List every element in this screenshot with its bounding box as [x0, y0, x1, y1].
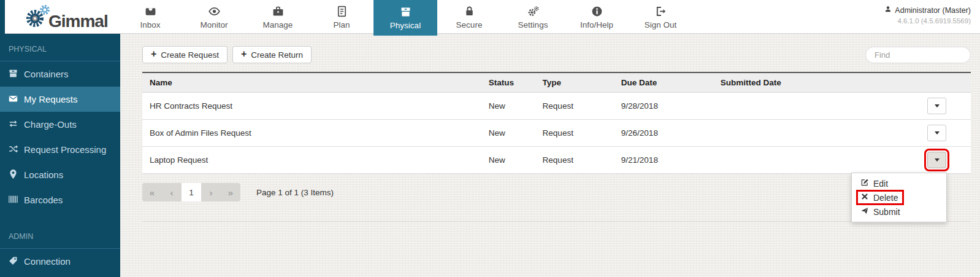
- map-pin-icon: [8, 169, 18, 181]
- cell-type: Request: [535, 120, 614, 147]
- row-actions-menu: Edit Delete Submit: [851, 173, 947, 222]
- find-input[interactable]: [865, 47, 971, 63]
- menu-item-delete[interactable]: Delete: [852, 190, 946, 205]
- tab-secure[interactable]: Secure: [437, 0, 501, 34]
- row-actions-dropdown-button[interactable]: [927, 125, 946, 141]
- cell-submitted-date: [713, 147, 920, 174]
- sidebar-item-label: My Requests: [24, 94, 78, 104]
- tab-label: Sign Out: [645, 20, 677, 29]
- row-actions-dropdown-button-annotated[interactable]: [927, 152, 946, 168]
- sidebar-item-label: Containers: [24, 69, 69, 79]
- cell-status: New: [481, 93, 535, 120]
- cell-name: Laptop Request: [142, 147, 481, 174]
- chevron-down-icon: [935, 104, 940, 107]
- tab-label: Info/Help: [580, 20, 613, 29]
- version-label: 4.6.1.0 (4.5.6919.5569): [884, 17, 971, 25]
- container-icon: [8, 68, 18, 80]
- sidebar-item-label: Request Processing: [24, 144, 106, 155]
- pagination-row: « ‹ 1 › » Page 1 of 1 (3 Items): [142, 183, 971, 201]
- tab-inbox[interactable]: Inbox: [118, 0, 182, 34]
- table-header-row: Name Status Type Due Date Submitted Date: [142, 72, 971, 93]
- tab-info-help[interactable]: Info/Help: [565, 0, 629, 34]
- divider: [142, 221, 971, 222]
- corner-strip: [0, 0, 5, 34]
- table-row[interactable]: Laptop Request New Request 9/21/2018: [142, 147, 971, 174]
- sidebar-item-request-processing[interactable]: Request Processing: [0, 137, 120, 162]
- app-logo[interactable]: Gimmal: [25, 4, 108, 32]
- envelope-icon: [8, 93, 18, 106]
- create-return-button[interactable]: + Create Return: [232, 46, 312, 63]
- tab-label: Settings: [518, 20, 548, 29]
- tab-monitor[interactable]: Monitor: [182, 0, 246, 34]
- cell-submitted-date: [713, 93, 920, 120]
- row-actions-dropdown-button[interactable]: [927, 98, 946, 114]
- menu-item-label: Delete: [873, 193, 898, 203]
- requests-table: Name Status Type Due Date Submitted Date…: [142, 72, 971, 174]
- tab-label: Manage: [263, 20, 293, 29]
- next-page-button[interactable]: ›: [201, 183, 221, 201]
- brand-name: Gimmal: [48, 13, 108, 32]
- sidebar-item-locations[interactable]: Locations: [0, 162, 120, 187]
- cell-due-date: 9/28/2018: [614, 93, 713, 120]
- toolbar: + Create Request + Create Return: [142, 46, 971, 63]
- previous-page-button[interactable]: ‹: [162, 183, 182, 201]
- menu-item-submit[interactable]: Submit: [852, 205, 946, 219]
- gears-icon: [527, 5, 540, 18]
- plus-icon: +: [151, 49, 156, 59]
- x-icon: [860, 192, 869, 203]
- sidebar-item-charge-outs[interactable]: Charge-Outs: [0, 112, 120, 137]
- current-page-button[interactable]: 1: [182, 183, 201, 201]
- cell-type: Request: [535, 147, 614, 174]
- last-page-button[interactable]: »: [221, 183, 240, 201]
- eye-icon: [208, 5, 221, 18]
- top-nav: Inbox Monitor Manage Plan: [118, 0, 692, 34]
- swap-arrows-icon: [8, 119, 18, 131]
- chevron-down-icon: [935, 158, 940, 162]
- menu-item-edit[interactable]: Edit: [852, 176, 946, 190]
- tab-plan[interactable]: Plan: [310, 0, 373, 34]
- column-header-submitted-date[interactable]: Submitted Date: [713, 72, 920, 93]
- table-row[interactable]: Box of Admin Files Request New Request 9…: [142, 120, 971, 147]
- sidebar-item-connection[interactable]: Connection: [0, 249, 120, 274]
- tag-icon: [8, 256, 18, 268]
- sidebar-item-my-requests[interactable]: My Requests: [0, 87, 120, 112]
- cell-status: New: [481, 147, 535, 174]
- briefcase-icon: [272, 5, 285, 18]
- create-request-button[interactable]: + Create Request: [142, 46, 228, 63]
- cell-submitted-date: [713, 120, 920, 147]
- top-header: Gimmal Inbox Monitor Manage: [0, 0, 980, 34]
- paper-plane-icon: [860, 206, 869, 217]
- tab-settings[interactable]: Settings: [501, 0, 565, 34]
- tab-sign-out[interactable]: Sign Out: [629, 0, 692, 34]
- sidebar-item-label: Connection: [24, 256, 71, 267]
- main-content: + Create Request + Create Return Name St…: [120, 34, 980, 277]
- column-header-type[interactable]: Type: [535, 72, 614, 93]
- column-header-due-date[interactable]: Due Date: [614, 72, 713, 93]
- menu-item-label: Edit: [873, 179, 888, 189]
- archive-box-icon: [399, 6, 412, 18]
- sidebar-item-barcodes[interactable]: Barcodes: [0, 187, 120, 213]
- cell-due-date: 9/21/2018: [614, 147, 713, 174]
- tab-label: Physical: [390, 21, 421, 30]
- info-icon: [591, 5, 603, 18]
- sidebar-item-label: Charge-Outs: [24, 119, 77, 130]
- cell-type: Request: [535, 93, 614, 120]
- tab-manage[interactable]: Manage: [246, 0, 310, 34]
- tab-physical[interactable]: Physical: [373, 0, 437, 36]
- column-header-status[interactable]: Status: [481, 72, 535, 93]
- sign-out-icon: [654, 5, 667, 18]
- sidebar-item-containers[interactable]: Containers: [0, 61, 120, 87]
- delete-annotation-box: Delete: [856, 190, 904, 205]
- table-row[interactable]: HR Contracts Request New Request 9/28/20…: [142, 93, 971, 120]
- menu-item-label: Submit: [873, 207, 900, 217]
- tab-label: Secure: [456, 20, 483, 29]
- first-page-button[interactable]: «: [142, 183, 162, 201]
- user-menu[interactable]: Administrator (Master): [884, 6, 971, 15]
- shuffle-icon: [8, 144, 18, 156]
- chevron-down-icon: [935, 131, 940, 135]
- create-return-label: Create Return: [251, 50, 303, 60]
- edit-icon: [860, 178, 869, 189]
- lock-icon: [463, 5, 476, 18]
- column-header-name[interactable]: Name: [142, 72, 481, 93]
- page: Gimmal Inbox Monitor Manage: [0, 0, 980, 277]
